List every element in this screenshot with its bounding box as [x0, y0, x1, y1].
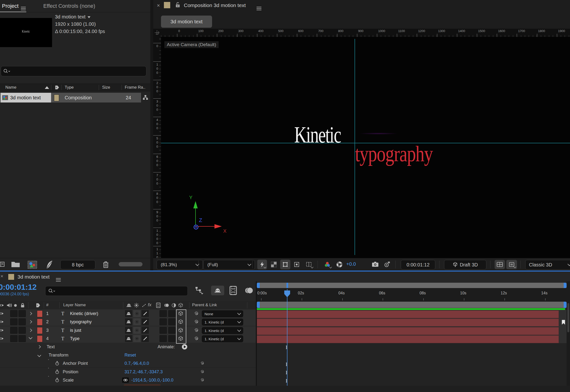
- pick-whip-icon[interactable]: [199, 376, 205, 384]
- adjustment-layer-column-icon[interactable]: [171, 303, 177, 308]
- layer-name[interactable]: Kinetic (driver): [70, 309, 98, 318]
- project-panel-menu-icon[interactable]: [21, 8, 26, 9]
- parent-pick-whip-icon[interactable]: [193, 326, 199, 335]
- magnification-dropdown[interactable]: (81.3%): [157, 260, 203, 270]
- anchor-point-row[interactable]: Anchor Point 0.7,-96.4,0.0: [0, 359, 256, 368]
- layer-quality-icon[interactable]: [142, 318, 149, 326]
- new-composition-icon[interactable]: [27, 261, 37, 269]
- anchor-point-value[interactable]: 0.7,-96.4,0.0: [124, 359, 149, 367]
- playhead-line[interactable]: [287, 289, 287, 386]
- panel-list-icon[interactable]: [0, 261, 5, 267]
- grid-guides-button[interactable]: [303, 260, 314, 269]
- view-options-button[interactable]: [506, 260, 517, 269]
- layer-visibility-eye-icon[interactable]: [0, 326, 4, 335]
- horizontal-ruler[interactable]: 0100200300400500600700800900100011001200…: [161, 29, 570, 37]
- pick-whip-icon[interactable]: [199, 359, 205, 367]
- marker-bin-icon[interactable]: [561, 320, 566, 325]
- layer-switch-box[interactable]: [10, 327, 17, 334]
- layer-row-4[interactable]: 4TType1. Kinetic (d: [0, 335, 256, 343]
- channel-settings-button[interactable]: [322, 260, 333, 269]
- collapse-transformations-icon[interactable]: [133, 335, 141, 343]
- track-area[interactable]: 0:00s02s04s06s08s10s12s14s: [257, 281, 567, 386]
- shy-column-icon[interactable]: [126, 303, 132, 308]
- layer-row-1[interactable]: 1TKinetic (driver)None: [0, 309, 256, 318]
- comp-viewport[interactable]: Active Camera (Default) Kinetic typograp…: [161, 37, 570, 258]
- parent-link-dropdown[interactable]: 1. Kinetic (d: [202, 327, 243, 334]
- transform-group-label[interactable]: Transform: [49, 351, 68, 359]
- column-type[interactable]: Type: [65, 85, 74, 90]
- keyframe-ibeam[interactable]: I: [285, 361, 288, 367]
- snapshot-camera-icon[interactable]: [372, 261, 379, 267]
- timeline-scrollbar-rail[interactable]: [567, 281, 570, 386]
- cube-column-icon[interactable]: [178, 303, 183, 308]
- sort-ascending-icon[interactable]: [45, 86, 49, 89]
- column-name[interactable]: Name: [5, 85, 16, 90]
- layer-visibility-eye-icon[interactable]: [0, 318, 4, 326]
- layer-switch-box[interactable]: [18, 318, 26, 325]
- region-of-interest-button[interactable]: [292, 260, 301, 269]
- draft-3d-button[interactable]: Draft 3D: [444, 260, 486, 270]
- layer-switch-box[interactable]: [160, 335, 167, 342]
- layer-shy-icon[interactable]: [125, 318, 132, 326]
- layer-shy-icon[interactable]: [125, 335, 132, 343]
- stopwatch-icon[interactable]: [55, 359, 59, 367]
- position-row[interactable]: Position 317.2,-46.7,-3347.3: [0, 368, 256, 376]
- project-search-input[interactable]: [1, 66, 146, 76]
- project-tab[interactable]: Project: [2, 3, 18, 9]
- vertical-ruler[interactable]: 0100200300400500600700800900100011001200: [153, 37, 161, 271]
- axis-gizmo[interactable]: Y Z X: [185, 195, 249, 238]
- comp-text-typography[interactable]: typography: [355, 141, 433, 167]
- column-size[interactable]: Size: [102, 85, 110, 90]
- layer-duration-bar[interactable]: [257, 310, 559, 318]
- mask-visibility-button[interactable]: [280, 260, 290, 269]
- work-area-start-handle[interactable]: [257, 283, 260, 288]
- work-area-end-handle[interactable]: [564, 283, 567, 288]
- parent-link-dropdown[interactable]: 1. Kinetic (d: [202, 336, 243, 342]
- collapse-transformations-icon[interactable]: [133, 309, 141, 318]
- position-label[interactable]: Position: [63, 368, 78, 376]
- column-layer-name[interactable]: Layer Name: [63, 303, 86, 308]
- layer-name[interactable]: is just: [70, 326, 81, 335]
- transform-group-row[interactable]: Transform Reset: [0, 351, 256, 359]
- constrain-proportions-icon[interactable]: [122, 376, 129, 384]
- flowchart-icon[interactable]: [143, 95, 148, 101]
- layer-switch-box[interactable]: [168, 335, 176, 342]
- keyframe-ibeam[interactable]: I: [285, 344, 288, 350]
- layer-switch-box[interactable]: [18, 335, 26, 342]
- shy-toggle-button[interactable]: [211, 286, 224, 295]
- layer-duration-bar[interactable]: [257, 336, 559, 343]
- label-color-column-icon[interactable]: [55, 85, 60, 90]
- layer-switch-box[interactable]: [10, 310, 17, 317]
- scale-label[interactable]: Scale: [63, 376, 74, 384]
- motion-blur-column-icon[interactable]: [164, 303, 170, 308]
- column-frame-rate[interactable]: Frame Ra..: [125, 85, 145, 90]
- anchor-point-label[interactable]: Anchor Point: [63, 359, 88, 367]
- comp-panel-menu-icon[interactable]: [256, 8, 261, 9]
- parent-pick-whip-icon[interactable]: [193, 335, 199, 343]
- unlock-icon[interactable]: [175, 1, 181, 9]
- layer-duration-bar[interactable]: [257, 327, 559, 335]
- timeline-tab-title[interactable]: 3d motion text: [17, 274, 50, 280]
- collapse-transformations-icon[interactable]: [133, 318, 141, 326]
- stopwatch-icon[interactable]: [55, 368, 59, 376]
- layer-shy-icon[interactable]: [125, 309, 132, 318]
- new-folder-icon[interactable]: [11, 261, 20, 268]
- work-area-bar[interactable]: [257, 283, 567, 288]
- layer-label-swatch[interactable]: [37, 310, 43, 317]
- active-camera-label[interactable]: Active Camera (Default): [165, 41, 219, 48]
- expand-text-icon[interactable]: [37, 345, 41, 349]
- parent-pick-whip-icon[interactable]: [193, 318, 199, 326]
- frame-blend-column-icon[interactable]: [156, 302, 161, 308]
- text-group-row[interactable]: Text Animate:: [0, 343, 256, 351]
- bit-depth-button[interactable]: 8 bpc: [60, 260, 95, 269]
- motion-blur-icon[interactable]: [244, 286, 254, 295]
- quality-column-icon[interactable]: [142, 303, 147, 308]
- parent-link-dropdown[interactable]: None: [202, 310, 243, 317]
- timeline-close-icon[interactable]: ×: [0, 273, 3, 279]
- feather-icon[interactable]: [45, 260, 54, 269]
- layer-switch-box[interactable]: [168, 318, 176, 325]
- layer-switch-box[interactable]: [10, 335, 17, 342]
- layer-quality-icon[interactable]: [142, 309, 149, 318]
- pick-whip-icon[interactable]: [199, 368, 205, 376]
- layer-switch-box[interactable]: [168, 327, 176, 334]
